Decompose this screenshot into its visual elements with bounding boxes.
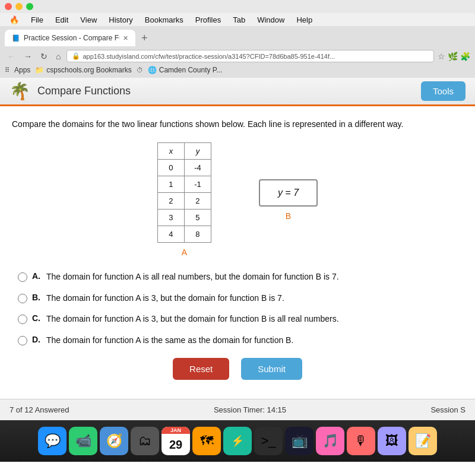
- dock-notes[interactable]: 📝: [408, 427, 437, 455]
- table-row: 0-4: [157, 160, 211, 176]
- choice-b[interactable]: B. The domain for function A is 3, but t…: [18, 293, 457, 304]
- calendar-day: 29: [162, 434, 190, 455]
- choice-c[interactable]: C. The domain for function A is 3, but t…: [18, 313, 457, 325]
- tab-title: Practice Session - Compare Fu: [24, 34, 119, 42]
- radio-d[interactable]: [18, 336, 27, 345]
- app-header: 🌴 Compare Functions Tools: [0, 78, 475, 106]
- menu-edit[interactable]: Edit: [50, 15, 73, 24]
- browser-tab[interactable]: 📘 Practice Session - Compare Fu ✕: [5, 30, 135, 46]
- menu-window[interactable]: Window: [252, 15, 289, 24]
- bookmark-cspschools[interactable]: 📁 cspschools.org Bookmarks: [35, 66, 131, 74]
- menu-bookmarks[interactable]: Bookmarks: [140, 15, 188, 24]
- function-b: y = 7 B: [259, 179, 318, 221]
- dock-appletv[interactable]: 📺: [285, 427, 314, 455]
- menu-tab[interactable]: Tab: [228, 15, 250, 24]
- dock-maps[interactable]: 🗺: [192, 427, 221, 455]
- choice-b-letter: B.: [32, 293, 42, 302]
- radio-c[interactable]: [18, 315, 27, 324]
- refresh-button[interactable]: ↻: [38, 50, 50, 62]
- forward-button[interactable]: →: [21, 50, 34, 62]
- answer-choices: A. The domain for function A is all real…: [12, 271, 463, 346]
- tabs-row: 📘 Practice Session - Compare Fu ✕ +: [5, 30, 470, 46]
- table-cell: 1: [157, 176, 184, 193]
- col-header-y: y: [184, 143, 211, 160]
- progress-text: 7 of 12 Answered: [10, 405, 69, 414]
- bookmark-camden[interactable]: 🌐 Camden County P...: [148, 66, 223, 74]
- app-header-left: 🌴 Compare Functions: [10, 81, 131, 101]
- functions-display: x y 0-41-1223548 A y = 7 B: [12, 142, 463, 257]
- menu-help[interactable]: Help: [292, 15, 317, 24]
- table-cell: 4: [157, 226, 184, 243]
- bookmarks-bar: ⠿ Apps 📁 cspschools.org Bookmarks ⏱ 🌐 Ca…: [5, 65, 470, 75]
- dock-finder[interactable]: 🗂: [131, 427, 159, 455]
- new-tab-button[interactable]: +: [138, 32, 151, 45]
- close-button[interactable]: [5, 3, 12, 10]
- browser-chrome: 📘 Practice Session - Compare Fu ✕ + ← → …: [0, 26, 475, 78]
- nav-row: ← → ↻ ⌂ 🔒 app163.studyisland.com/cfw/tes…: [5, 50, 470, 62]
- dock-messages[interactable]: 💬: [38, 427, 66, 455]
- table-cell: 2: [184, 193, 211, 210]
- nav-icons: ☆ 🌿 🧩: [438, 52, 470, 61]
- table-cell: 5: [184, 210, 211, 226]
- function-a: x y 0-41-1223548 A: [157, 142, 211, 257]
- dock-music[interactable]: 🎵: [316, 427, 344, 455]
- choice-d-text: The domain for function A is the same as…: [46, 335, 293, 347]
- menu-flame[interactable]: 🔥: [5, 15, 24, 24]
- menu-profiles[interactable]: Profiles: [191, 15, 226, 24]
- table-row: 48: [157, 226, 211, 243]
- reset-button[interactable]: Reset: [173, 358, 229, 380]
- menu-view[interactable]: View: [75, 15, 102, 24]
- bookmark-star-button[interactable]: ☆: [438, 52, 445, 61]
- radio-a[interactable]: [18, 272, 27, 282]
- dock-facetime[interactable]: 📹: [69, 427, 97, 455]
- tab-favicon: 📘: [12, 34, 20, 42]
- menu-history[interactable]: History: [104, 15, 137, 24]
- timer-text: Session Timer: 14:15: [214, 405, 286, 414]
- table-cell: 0: [157, 160, 184, 176]
- table-row: 35: [157, 210, 211, 226]
- dock-safari[interactable]: 🧭: [100, 427, 128, 455]
- title-bar: [0, 0, 475, 13]
- maximize-button[interactable]: [26, 3, 33, 10]
- radio-b[interactable]: [18, 294, 27, 303]
- dock-photos[interactable]: 🖼: [378, 427, 406, 455]
- table-row: 22: [157, 193, 211, 210]
- table-row: 1-1: [157, 176, 211, 193]
- choice-c-text: The domain for function A is 3, but the …: [46, 313, 339, 325]
- app-title: Compare Functions: [37, 85, 131, 97]
- tab-close-button[interactable]: ✕: [123, 34, 128, 42]
- table-cell: 3: [157, 210, 184, 226]
- submit-button[interactable]: Submit: [241, 358, 302, 380]
- bookmark-globe-icon: 🌐: [148, 66, 157, 74]
- url-text: app163.studyisland.com/cfw/test/practice…: [83, 53, 335, 60]
- function-b-label: B: [286, 211, 291, 221]
- choice-d-letter: D.: [32, 335, 42, 344]
- menu-file[interactable]: File: [26, 15, 48, 24]
- menu-bar: 🔥 File Edit View History Bookmarks Profi…: [0, 13, 475, 26]
- function-a-label: A: [182, 247, 187, 257]
- address-bar[interactable]: 🔒 app163.studyisland.com/cfw/test/practi…: [66, 50, 434, 62]
- bookmark-apps[interactable]: Apps: [14, 66, 30, 74]
- dock-vscode[interactable]: ⚡: [223, 427, 252, 455]
- question-text: Compare the domains for the two linear f…: [12, 118, 463, 131]
- choice-d[interactable]: D. The domain for function A is the same…: [18, 335, 457, 347]
- col-header-x: x: [157, 143, 184, 160]
- choice-b-text: The domain for function A is 3, but the …: [46, 293, 284, 304]
- tools-button[interactable]: Tools: [421, 81, 466, 101]
- choice-c-letter: C.: [32, 313, 42, 323]
- dock-calendar[interactable]: JAN 29: [162, 427, 190, 455]
- extension-button[interactable]: 🧩: [460, 52, 470, 61]
- back-button[interactable]: ←: [5, 50, 18, 62]
- choice-a[interactable]: A. The domain for function A is all real…: [18, 271, 457, 283]
- table-cell: 2: [157, 193, 184, 210]
- dock: 💬 📹 🧭 🗂 JAN 29 🗺 ⚡ >_ 📺 🎵 🎙 🖼 📝: [0, 420, 475, 462]
- table-cell: -1: [184, 176, 211, 193]
- dock-podcasts[interactable]: 🎙: [347, 427, 375, 455]
- home-button[interactable]: ⌂: [53, 50, 63, 62]
- profile-button[interactable]: 🌿: [448, 52, 458, 61]
- dock-terminal[interactable]: >_: [254, 427, 283, 455]
- choice-a-letter: A.: [32, 271, 42, 281]
- equation-box: y = 7: [259, 179, 318, 207]
- table-cell: 8: [184, 226, 211, 243]
- minimize-button[interactable]: [15, 3, 23, 10]
